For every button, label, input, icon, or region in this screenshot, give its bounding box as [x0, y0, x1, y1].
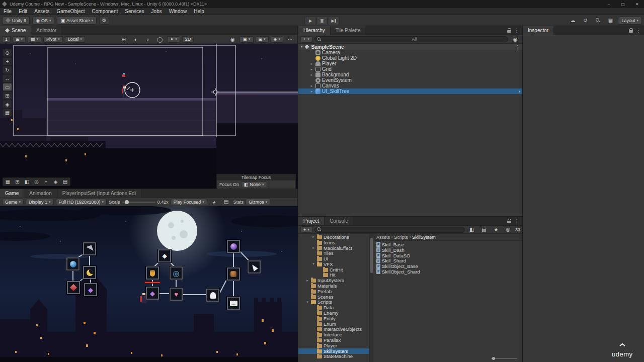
menu-jobs[interactable]: Jobs [148, 8, 166, 15]
cloud-button[interactable]: ☁ [568, 17, 578, 25]
stats-toggle[interactable]: Stats [233, 200, 244, 205]
tab-player-input[interactable]: PlayerInputSet (Input Actions Edi [57, 189, 141, 198]
lock-icon[interactable] [629, 30, 633, 33]
file-row[interactable]: #Skill_Dash [373, 247, 522, 253]
expander-icon[interactable]: ▸ [311, 246, 315, 250]
prefab-open-arrow[interactable]: › [519, 89, 520, 94]
unity-version-badge[interactable]: Unity 6 [2, 17, 30, 25]
tab-animation[interactable]: Animation [24, 189, 57, 198]
lighting-toggle[interactable]: ◐ [131, 35, 141, 43]
scene-overflow-menu[interactable]: ⋯ [285, 35, 295, 43]
expander-icon[interactable]: ▾ [305, 300, 309, 304]
hierarchy-item-canvas[interactable]: ▸Canvas [298, 83, 522, 88]
folder-row[interactable]: Interface [298, 332, 369, 337]
search-by-type-button[interactable]: ◧ [467, 226, 477, 233]
menu-gameobject[interactable]: GameObject [53, 8, 88, 15]
transform-tool-button[interactable]: ⊞ [3, 92, 12, 100]
breadcrumb-assets[interactable]: Assets [376, 235, 390, 240]
expander-icon[interactable]: ▸ [309, 89, 314, 94]
folder-row[interactable]: Entity [298, 316, 369, 321]
search-button[interactable] [593, 17, 603, 25]
expander-icon[interactable]: ▸ [309, 62, 314, 66]
step-button[interactable]: ▶ [328, 17, 340, 25]
create-object-dropdown[interactable]: +▾ [300, 36, 312, 43]
tilemap-tool-4[interactable]: ◎ [32, 178, 41, 186]
folder-row[interactable]: Player [298, 343, 369, 348]
tilemap-tool-7[interactable]: ▤ [60, 178, 70, 186]
file-row[interactable]: #Skill_DataSO [373, 253, 522, 258]
expander-icon[interactable]: ▸ [309, 84, 314, 88]
layers-button[interactable]: ▦ [605, 17, 615, 25]
lock-icon[interactable] [507, 30, 511, 33]
folder-row[interactable]: ▾Scripts [298, 300, 369, 305]
game-gizmos-dropdown[interactable]: Gizmos▾ [246, 199, 270, 205]
view-tool-button[interactable]: ⊙ [3, 49, 12, 57]
scene-visibility-button[interactable]: ◉ [227, 35, 237, 43]
move-tool-button[interactable]: + [3, 57, 12, 65]
rotate-tool-button[interactable]: ↻ [3, 66, 12, 74]
scale-slider[interactable] [122, 202, 155, 203]
expander-icon[interactable]: ▸ [309, 73, 314, 77]
hierarchy-scene-header[interactable]: ▾ SampleScene ⋮ [298, 44, 522, 50]
folder-row[interactable]: Hit [298, 273, 369, 278]
folder-row[interactable]: Enemy [298, 310, 369, 316]
hierarchy-item-global-light[interactable]: Global Light 2D [298, 55, 522, 61]
scene-picking-button[interactable]: ◉ [510, 36, 520, 43]
tilemap-tool-6[interactable]: ◈ [51, 178, 60, 186]
play-focused-dropdown[interactable]: Play Focused▾ [171, 199, 207, 205]
tab-game[interactable]: Game [0, 189, 24, 198]
tool-context-button[interactable]: 1 [2, 36, 11, 43]
tilemap-tool-2[interactable]: ⊞ [13, 178, 22, 186]
tab-inspector[interactable]: Inspector [523, 26, 554, 35]
pause-button[interactable] [316, 17, 328, 25]
hierarchy-item-player[interactable]: ▸Player [298, 61, 522, 66]
tab-console[interactable]: Console [325, 217, 354, 225]
expander-icon[interactable]: ▸ [311, 235, 315, 239]
menu-help[interactable]: Help [190, 8, 208, 15]
scale-tool-button[interactable]: ↔ [3, 74, 12, 82]
folder-row[interactable]: Parallax [298, 337, 369, 343]
tab-hierarchy[interactable]: Hierarchy [298, 26, 331, 35]
effects-toggle[interactable]: ◯ [155, 35, 165, 43]
gizmos-dropdown[interactable]: ◈▾ [271, 36, 283, 43]
folder-row[interactable]: Tiles [298, 250, 369, 256]
folder-row-skillsystem[interactable]: SkillSystem [298, 348, 369, 354]
hierarchy-item-background[interactable]: ▸Background [298, 72, 522, 77]
tilemap-tool-1[interactable]: ▦ [3, 178, 13, 186]
effects-dropdown[interactable]: ✦▾ [167, 36, 180, 43]
file-row[interactable]: #Skill_Shard [373, 258, 522, 263]
folder-row[interactable]: InteractiveObjects [298, 327, 369, 332]
panel-menu-icon[interactable]: ⋮ [636, 28, 641, 33]
menu-component[interactable]: Component [89, 8, 122, 15]
expander-icon[interactable]: ▸ [305, 279, 309, 283]
game-viewport[interactable]: ◆ ◆ ◎ ◆ ♥ … [0, 206, 298, 362]
layout-dropdown[interactable]: Layout ▾ [618, 17, 642, 25]
icon-size-knob[interactable] [492, 357, 495, 360]
hierarchy-search-input[interactable]: All [314, 36, 508, 42]
lock-icon[interactable] [507, 221, 511, 223]
services-button[interactable]: ⚙ [99, 17, 109, 25]
orientation-dropdown[interactable]: Local▾ [65, 36, 85, 43]
play-button[interactable]: ▶ [305, 17, 316, 25]
file-row[interactable]: #Skill_Base [373, 242, 522, 247]
tab-project[interactable]: Project [298, 217, 325, 225]
folder-row[interactable]: CritHit [298, 267, 369, 273]
hierarchy-item-grid[interactable]: ▸Grid [298, 66, 522, 72]
create-asset-dropdown[interactable]: +▾ [300, 226, 312, 233]
menu-edit[interactable]: Edit [15, 8, 31, 15]
game-view-dropdown[interactable]: Game▾ [2, 199, 24, 205]
folder-row[interactable]: ▸MagicalEffect [298, 245, 369, 251]
close-button[interactable]: ✕ [630, 0, 644, 8]
display-dropdown[interactable]: Display 1▾ [26, 199, 54, 205]
menu-file[interactable]: File [0, 8, 15, 15]
metrics-button[interactable]: ▤ [221, 199, 231, 205]
two-d-toggle[interactable]: 2D [182, 36, 194, 43]
folder-row[interactable]: Prefab [298, 289, 369, 294]
folder-row[interactable]: StateMachine [298, 354, 369, 359]
focus-on-dropdown[interactable]: ◧ None ▾ [241, 182, 267, 188]
expander-icon[interactable]: ▸ [309, 67, 314, 71]
pivot-dropdown[interactable]: Pivot▾ [43, 36, 63, 43]
scene-viewport[interactable]: ⊙ + ↻ ↔ ▭ ⊞ ◈ ▦ ▦ ⊞ ◧ ◎ + ◈ ▤ Tilema [0, 44, 298, 189]
project-tree-scrollbar[interactable] [370, 234, 373, 362]
minimize-button[interactable]: – [602, 0, 616, 8]
